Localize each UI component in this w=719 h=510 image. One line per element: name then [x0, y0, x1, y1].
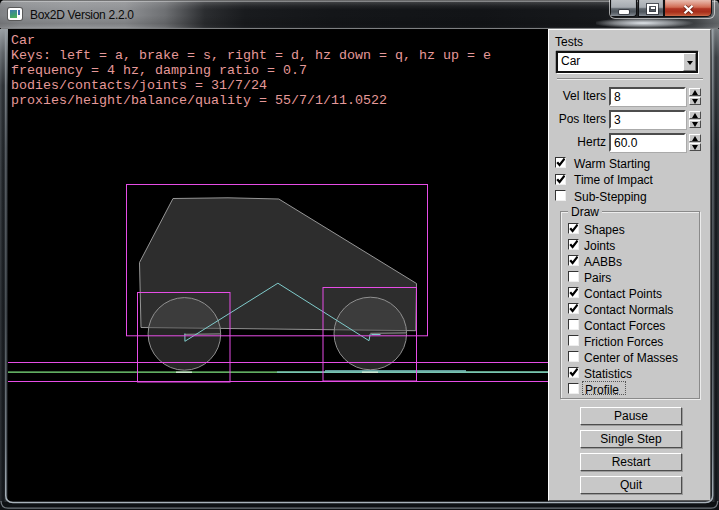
svg-text:Keys: left = a, brake = s, rig: Keys: left = a, brake = s, right = d, hz… [11, 48, 491, 63]
svg-text:proxies/height/balance/quality: proxies/height/balance/quality = 55/7/1/… [11, 93, 387, 108]
svg-text:Car: Car [11, 33, 35, 48]
svg-text:bodies/contacts/joints = 31/7/: bodies/contacts/joints = 31/7/24 [11, 78, 267, 93]
svg-text:frequency = 4 hz, damping rati: frequency = 4 hz, damping ratio = 0.7 [11, 63, 307, 78]
